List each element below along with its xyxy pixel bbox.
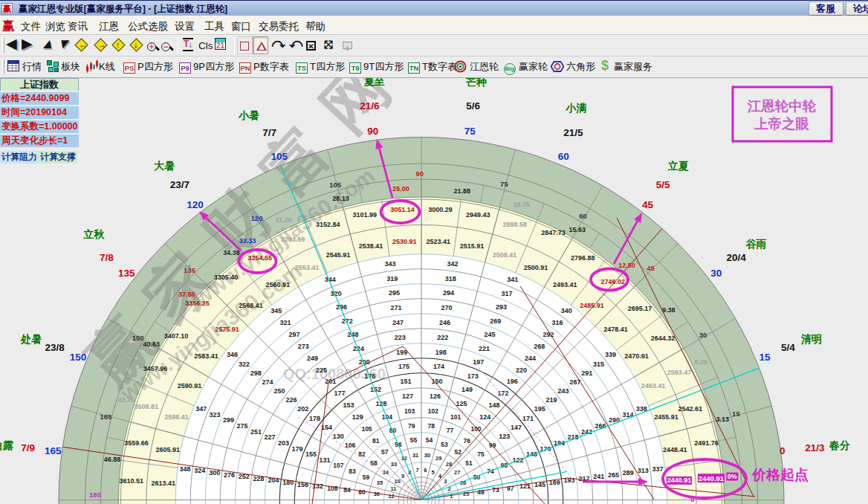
svg-text:347: 347: [195, 405, 207, 413]
svg-text:3407.10: 3407.10: [164, 332, 189, 340]
svg-text:33.33: 33.33: [239, 237, 256, 245]
svg-text:54: 54: [426, 436, 433, 444]
svg-text:15.63: 15.63: [569, 226, 586, 233]
svg-text:322: 322: [239, 361, 250, 368]
svg-text:谷雨: 谷雨: [745, 238, 767, 250]
svg-text:40.63: 40.63: [143, 340, 160, 348]
svg-text:147: 147: [511, 424, 522, 431]
svg-text:2553.41: 2553.41: [295, 264, 320, 271]
svg-text:5/4: 5/4: [781, 342, 795, 353]
svg-text:324: 324: [194, 467, 205, 474]
svg-text:3610.51: 3610.51: [120, 477, 144, 485]
svg-text:90: 90: [415, 169, 424, 178]
svg-text:5/6: 5/6: [466, 100, 480, 112]
svg-text:317: 317: [502, 290, 513, 297]
svg-text:31.25: 31.25: [275, 216, 292, 224]
svg-text:3203.69: 3203.69: [281, 236, 305, 243]
svg-text:11: 11: [390, 485, 396, 492]
svg-text:51: 51: [465, 459, 473, 467]
svg-text:319: 319: [386, 275, 398, 282]
svg-text:75: 75: [477, 450, 485, 458]
svg-text:251: 251: [250, 428, 262, 436]
svg-text:52: 52: [454, 448, 461, 456]
svg-text:299: 299: [223, 416, 234, 424]
svg-text:203: 203: [278, 439, 289, 447]
svg-text:60: 60: [558, 151, 569, 162]
svg-text:247: 247: [392, 319, 404, 326]
svg-text:81: 81: [372, 437, 380, 445]
svg-text:222: 222: [437, 334, 448, 341]
svg-text:177: 177: [334, 390, 345, 397]
svg-text:2545.91: 2545.91: [326, 251, 351, 259]
svg-text:102: 102: [428, 407, 438, 415]
svg-text:3.13: 3.13: [716, 416, 729, 423]
svg-text:2440.91: 2440.91: [667, 476, 692, 484]
svg-text:2583.41: 2583.41: [194, 352, 218, 360]
svg-text:21/6: 21/6: [360, 100, 380, 112]
svg-text:3: 3: [444, 478, 447, 485]
svg-text:172: 172: [497, 390, 508, 397]
svg-text:202: 202: [297, 405, 308, 413]
svg-text:268: 268: [534, 343, 545, 350]
svg-text:2605.91: 2605.91: [155, 446, 180, 453]
svg-text:2568.41: 2568.41: [239, 302, 263, 309]
svg-text:清明: 清明: [801, 333, 822, 345]
svg-text:10: 10: [395, 478, 401, 485]
svg-text:立秋: 立秋: [82, 228, 105, 240]
svg-text:321: 321: [279, 319, 291, 326]
svg-text:343: 343: [385, 260, 396, 268]
svg-text:165: 165: [45, 445, 62, 456]
svg-text:2542.61: 2542.61: [678, 405, 702, 413]
svg-text:处暑: 处暑: [20, 333, 42, 345]
svg-text:2695.17: 2695.17: [628, 305, 652, 312]
svg-text:323: 323: [210, 411, 221, 419]
svg-text:2949.43: 2949.43: [466, 211, 490, 219]
svg-text:120: 120: [187, 199, 204, 210]
svg-text:90: 90: [367, 126, 378, 137]
svg-text:297: 297: [289, 331, 300, 338]
svg-text:2560.91: 2560.91: [265, 281, 290, 288]
svg-text:7/8: 7/8: [100, 252, 114, 263]
svg-text:59: 59: [363, 474, 370, 481]
svg-text:245: 245: [485, 331, 496, 338]
svg-text:97: 97: [507, 485, 514, 492]
svg-text:345: 345: [271, 307, 282, 314]
svg-text:174: 174: [433, 363, 444, 370]
svg-text:340: 340: [561, 307, 572, 314]
svg-text:198: 198: [435, 349, 447, 356]
svg-text:165: 165: [100, 413, 112, 421]
svg-text:3508.81: 3508.81: [135, 403, 159, 410]
svg-text:293: 293: [496, 303, 507, 311]
svg-text:23/7: 23/7: [170, 179, 190, 190]
svg-text:2440.91: 2440.91: [699, 474, 725, 482]
svg-text:2590.91: 2590.91: [178, 382, 202, 390]
svg-text:249: 249: [307, 355, 318, 362]
svg-text:223: 223: [395, 334, 406, 341]
svg-text:298: 298: [250, 369, 262, 377]
svg-text:2470.91: 2470.91: [624, 352, 649, 360]
svg-text:342: 342: [447, 260, 458, 268]
svg-text:5: 5: [432, 469, 435, 476]
svg-text:78: 78: [427, 422, 435, 430]
svg-text:125: 125: [456, 400, 467, 407]
svg-text:2796.88: 2796.88: [571, 254, 595, 262]
svg-text:21.88: 21.88: [454, 187, 471, 195]
svg-text:135: 135: [118, 268, 135, 279]
svg-text:246: 246: [439, 319, 450, 326]
svg-text:30: 30: [710, 268, 722, 279]
svg-text:151: 151: [400, 378, 411, 385]
svg-text:105: 105: [271, 151, 288, 162]
svg-text:6.25: 6.25: [694, 358, 707, 366]
svg-text:春分: 春分: [829, 439, 850, 451]
svg-text:53: 53: [441, 441, 448, 448]
svg-text:337: 337: [652, 465, 663, 473]
svg-text:上帝之眼: 上帝之眼: [754, 116, 810, 132]
svg-text:318: 318: [445, 275, 456, 282]
svg-text:35: 35: [377, 479, 383, 486]
svg-text:3305.40: 3305.40: [214, 274, 239, 281]
svg-text:2538.41: 2538.41: [359, 242, 383, 250]
svg-text:立夏: 立夏: [667, 160, 689, 172]
svg-text:2478.41: 2478.41: [603, 326, 628, 333]
svg-text:226: 226: [285, 396, 297, 404]
svg-text:2493.41: 2493.41: [553, 281, 577, 288]
